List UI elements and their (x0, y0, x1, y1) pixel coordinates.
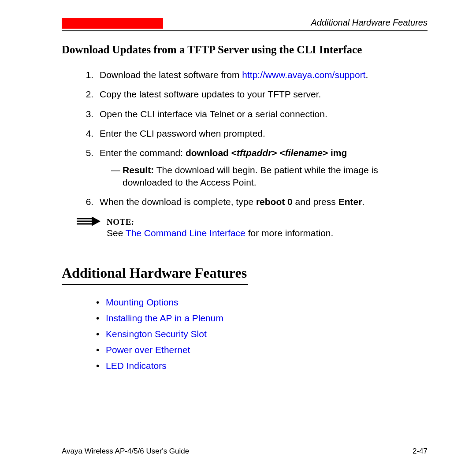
step-6: When the download is complete, type rebo… (96, 196, 428, 208)
step-5-var1: tftpaddr (237, 148, 271, 158)
list-item: Installing the AP in a Plenum (96, 313, 428, 324)
step-5-cmd-b: > img (323, 148, 347, 158)
list-item: Power over Ethernet (96, 345, 428, 355)
brand-color-block (62, 18, 163, 29)
step-5-mid: > < (271, 148, 285, 158)
step-4: Enter the CLI password when prompted. (96, 127, 428, 140)
svg-marker-3 (92, 216, 100, 226)
poe-link[interactable]: Power over Ethernet (106, 345, 190, 355)
note-text: See The Command Line Interface for more … (107, 228, 428, 238)
list-item: Mounting Options (96, 297, 428, 308)
step-6-enter: Enter (338, 197, 362, 207)
note-post: for more information. (245, 228, 334, 238)
step-5-var2: filename (285, 148, 323, 158)
step-3: Open the CLI interface via Telnet or a s… (96, 108, 428, 120)
step-1-text-post: . (365, 70, 368, 80)
step-2: Copy the latest software updates to your… (96, 88, 428, 100)
led-indicators-link[interactable]: LED Indicators (106, 361, 167, 371)
mounting-options-link[interactable]: Mounting Options (106, 297, 178, 307)
list-item: Kensington Security Slot (96, 329, 428, 339)
arrow-right-icon (76, 216, 102, 226)
kensington-slot-link[interactable]: Kensington Security Slot (106, 329, 207, 339)
step-6-mid: and press (293, 197, 338, 207)
plenum-install-link[interactable]: Installing the AP in a Plenum (106, 313, 223, 323)
main-heading: Additional Hardware Features (62, 265, 428, 281)
main-heading-rule (62, 284, 248, 285)
step-5-pre: Enter the command: (100, 148, 186, 158)
footer-guide-name: Avaya Wireless AP-4/5/6 User's Guide (62, 447, 189, 456)
running-title: Additional Hardware Features (163, 18, 428, 29)
note-pre: See (107, 228, 126, 238)
note-block: NOTE: See The Command Line Interface for… (76, 217, 428, 238)
procedure-list: Download the latest software from http:/… (96, 69, 428, 208)
footer-page-number: 2-47 (413, 447, 428, 456)
header-rule (62, 30, 428, 31)
step-6-post: . (362, 197, 364, 207)
section-rule (62, 58, 335, 58)
result-label: Result: (123, 165, 154, 175)
step-6-pre: When the download is complete, type (100, 197, 256, 207)
result-text: The download will begin. Be patient whil… (123, 165, 378, 187)
step-6-reboot: reboot 0 (256, 197, 293, 207)
step-1: Download the latest software from http:/… (96, 69, 428, 81)
page-header: Additional Hardware Features (62, 18, 428, 29)
list-item: LED Indicators (96, 361, 428, 371)
support-link[interactable]: http://www.avaya.com/support (242, 70, 365, 80)
section-title: Download Updates from a TFTP Server usin… (62, 44, 428, 56)
step-5-cmd-a: download < (186, 148, 237, 158)
cli-reference-link[interactable]: The Command Line Interface (126, 228, 245, 238)
note-label: NOTE: (107, 217, 428, 227)
page-footer: Avaya Wireless AP-4/5/6 User's Guide 2-4… (62, 447, 428, 456)
step-5-result: Result: The download will begin. Be pati… (111, 164, 428, 189)
step-5: Enter the command: download <tftpaddr> <… (96, 147, 428, 189)
feature-list: Mounting Options Installing the AP in a … (96, 297, 428, 371)
step-1-text-pre: Download the latest software from (100, 70, 242, 80)
